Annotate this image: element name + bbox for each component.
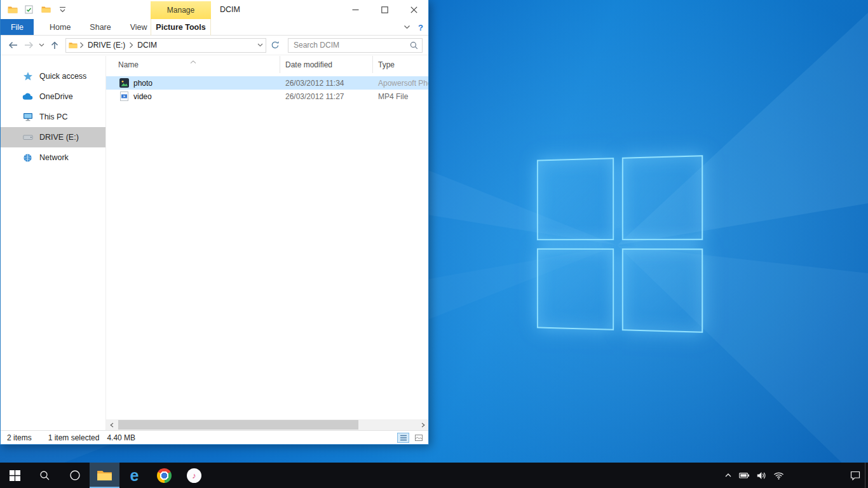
file-type-cell: MP4 File (373, 92, 428, 101)
breadcrumb-dcim[interactable]: DCIM (133, 41, 161, 50)
tray-chevron-up-icon[interactable] (724, 472, 732, 478)
tab-share[interactable]: Share (80, 19, 120, 35)
show-desktop-button[interactable] (865, 463, 868, 488)
sidebar-item-quick-access[interactable]: Quick access (1, 66, 105, 86)
title-bar[interactable]: Manage DCIM (1, 0, 428, 19)
selection-count: 1 item selected (48, 433, 100, 442)
music-note: ♪ (192, 471, 196, 480)
minimize-button[interactable] (341, 0, 370, 19)
thumbnails-view-button[interactable] (412, 433, 424, 443)
battery-icon[interactable] (739, 472, 750, 479)
tab-home[interactable]: Home (40, 19, 80, 35)
onedrive-cloud-icon (22, 92, 33, 102)
window-controls (341, 0, 428, 19)
details-view-button[interactable] (397, 433, 409, 443)
column-headers: Name Date modified Type (106, 56, 428, 73)
cortana-icon[interactable] (60, 463, 90, 488)
explorer-folder-icon[interactable] (7, 3, 18, 17)
sidebar-item-label: OneDrive (39, 92, 73, 101)
volume-icon[interactable] (757, 471, 766, 480)
chrome-circle (157, 468, 172, 483)
internet-explorer-icon[interactable]: e (119, 463, 149, 488)
manage-label: Manage (167, 6, 194, 15)
ribbon-right-controls: ? (403, 19, 423, 36)
sort-ascending-icon (190, 57, 196, 65)
manage-contextual-tab-group[interactable]: Manage (151, 1, 211, 19)
address-bar[interactable]: DRIVE (E:) DCIM (65, 38, 266, 53)
new-folder-icon[interactable] (40, 3, 51, 17)
view-toggle-buttons (397, 433, 424, 443)
sidebar-item-this-pc[interactable]: This PC (1, 107, 105, 127)
horizontal-scrollbar[interactable] (106, 419, 428, 430)
scrollbar-track[interactable] (117, 419, 417, 430)
sidebar-item-network[interactable]: Network (1, 147, 105, 168)
taskbar-search-icon[interactable] (30, 463, 60, 488)
file-explorer-window: Manage DCIM File Home Share View Picture… (0, 0, 429, 445)
ie-letter: e (130, 468, 139, 484)
scrollbar-thumb[interactable] (118, 420, 358, 430)
photo-file-icon (119, 78, 129, 88)
file-list-area: Name Date modified Type photo (106, 56, 428, 430)
column-header-name[interactable]: Name (106, 56, 280, 73)
ribbon-tab-row: File Home Share View Picture Tools ? (1, 19, 428, 36)
breadcrumb-drive[interactable]: DRIVE (E:) (84, 41, 129, 50)
scroll-right-icon[interactable] (417, 419, 428, 430)
recent-locations-dropdown-icon[interactable] (37, 37, 46, 53)
sidebar-item-label: This PC (39, 112, 67, 121)
sidebar-item-label: Network (39, 153, 69, 162)
file-name: video (133, 92, 152, 101)
file-type-cell: Apowersoft Pho (373, 79, 428, 88)
file-date-cell: 26/03/2012 11:34 (280, 79, 373, 88)
maximize-button[interactable] (370, 0, 399, 19)
breadcrumb-separator-icon (129, 42, 133, 48)
network-globe-icon (22, 152, 33, 163)
hard-drive-icon (22, 132, 33, 143)
expand-ribbon-icon[interactable] (403, 23, 410, 32)
customize-quick-access-icon[interactable] (57, 3, 68, 17)
wifi-icon[interactable] (773, 471, 784, 480)
itunes-icon[interactable]: ♪ (179, 463, 209, 488)
close-button[interactable] (399, 0, 428, 19)
file-name-cell: video (106, 92, 280, 102)
search-box (288, 38, 423, 53)
windows-logo-pane (537, 158, 614, 240)
navigation-pane: Quick access OneDrive This PC DRIVE (E:) (1, 56, 106, 430)
properties-icon[interactable] (24, 3, 35, 17)
tab-picture-tools[interactable]: Picture Tools (151, 19, 211, 36)
sidebar-item-label: DRIVE (E:) (39, 133, 79, 142)
taskbar: e ♪ (0, 463, 868, 488)
window-body: Quick access OneDrive This PC DRIVE (E:) (1, 56, 428, 430)
action-center-icon[interactable] (850, 463, 860, 488)
system-tray (724, 463, 784, 488)
column-label: Type (378, 60, 395, 69)
address-bar-row: DRIVE (E:) DCIM (1, 36, 428, 55)
file-rows: photo 26/03/2012 11:34 Apowersoft Pho vi… (106, 73, 428, 419)
file-row-video[interactable]: video 26/03/2012 11:27 MP4 File (106, 90, 428, 103)
taskbar-file-explorer-icon[interactable] (90, 463, 119, 488)
quick-access-toolbar (1, 3, 68, 17)
file-name: photo (133, 79, 153, 88)
file-row-photo[interactable]: photo 26/03/2012 11:34 Apowersoft Pho (106, 76, 428, 90)
back-button[interactable] (5, 37, 21, 53)
help-icon[interactable]: ? (418, 23, 423, 32)
search-input[interactable] (294, 41, 410, 50)
up-button[interactable] (46, 37, 62, 53)
column-header-type[interactable]: Type (373, 56, 428, 73)
start-button[interactable] (0, 463, 30, 488)
scroll-left-icon[interactable] (106, 419, 117, 430)
sidebar-item-onedrive[interactable]: OneDrive (1, 86, 105, 107)
item-count: 2 items (7, 433, 32, 442)
search-icon[interactable] (410, 41, 418, 50)
column-header-date-modified[interactable]: Date modified (280, 56, 373, 73)
address-folder-icon (66, 42, 78, 49)
chrome-icon[interactable] (149, 463, 179, 488)
address-dropdown-icon[interactable] (254, 43, 266, 47)
breadcrumb-separator-icon (78, 42, 84, 48)
status-bar: 2 items 1 item selected 4.40 MB (1, 430, 428, 444)
file-date-cell: 26/03/2012 11:27 (280, 92, 373, 101)
sidebar-item-drive-e[interactable]: DRIVE (E:) (1, 127, 105, 147)
tab-file[interactable]: File (1, 19, 34, 35)
monitor-icon (22, 112, 33, 123)
forward-button[interactable] (21, 37, 37, 53)
refresh-icon[interactable] (268, 37, 283, 53)
